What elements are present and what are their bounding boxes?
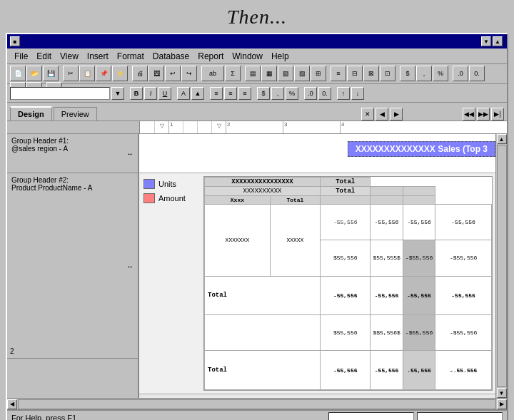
tb-b25[interactable]: .0 xyxy=(453,66,468,81)
align-center-btn[interactable]: ≡ xyxy=(224,87,237,100)
tb-b16[interactable]: ▨ xyxy=(294,66,310,81)
scroll-right-btn[interactable]: ▶ xyxy=(497,399,507,409)
tb-b15[interactable]: ▧ xyxy=(278,66,293,81)
dec-inc-btn[interactable]: .0 xyxy=(304,87,317,100)
legend-units: Units xyxy=(143,179,186,189)
table-row: XXXXXXX XXXXX -55,556 -55,556 -55,556 -5… xyxy=(205,205,492,240)
tb-btn8[interactable]: ↪ xyxy=(181,66,197,81)
tb-b24[interactable]: % xyxy=(433,66,448,81)
formula-drop-btn[interactable]: ▼ xyxy=(111,87,124,100)
menu-view[interactable]: View xyxy=(56,50,83,63)
menu-format[interactable]: Format xyxy=(113,50,148,63)
tb-b26[interactable]: 0. xyxy=(469,66,485,81)
tb-new-btn[interactable]: 📄 xyxy=(10,66,26,81)
resize-handle-1[interactable]: ↔ xyxy=(126,150,133,158)
tb-b19[interactable]: ⊟ xyxy=(347,66,363,81)
italic-btn[interactable]: I xyxy=(144,87,157,100)
menu-bar: File Edit View Insert Format Database Re… xyxy=(7,48,507,64)
maximize-btn[interactable]: ▲ xyxy=(493,36,503,46)
nav-end-btn[interactable]: ▶| xyxy=(491,108,504,121)
tb-b22[interactable]: $ xyxy=(400,66,415,81)
tb2-extra2[interactable]: ↓ xyxy=(351,87,364,100)
tb-sum-btn[interactable]: Σ xyxy=(225,66,241,81)
group-header-2-band: Units Amount XXXXXXXXXXXXXXXX Total xyxy=(139,173,495,394)
menu-edit[interactable]: Edit xyxy=(32,50,56,63)
menu-window[interactable]: Window xyxy=(228,50,267,63)
tb-paste-btn[interactable]: 📌 xyxy=(96,66,111,81)
chart-area: XXXXXXXXXXXXXXXX Total XXXXXXXXXX Total … xyxy=(203,176,493,391)
tb-save-btn[interactable]: 💾 xyxy=(43,66,59,81)
ruler: 1 2 3 4 ▽ ▽ xyxy=(139,121,507,133)
ruler-left-spacer xyxy=(7,121,139,133)
cell-ft-v1: -55,556 xyxy=(321,351,371,390)
tb-b20[interactable]: ⊠ xyxy=(363,66,379,81)
highlight-btn[interactable]: ▲ xyxy=(191,87,204,100)
tab-preview[interactable]: Preview xyxy=(54,107,97,121)
section-header-band: XXXXXXXXXXXXXX Sales (Top 3 xyxy=(139,134,495,173)
tb-b23[interactable]: , xyxy=(416,66,432,81)
menu-database[interactable]: Database xyxy=(148,50,193,63)
percent-btn[interactable]: % xyxy=(286,87,298,100)
currency-btn[interactable]: $ xyxy=(257,87,270,100)
formula-box[interactable] xyxy=(10,87,110,100)
tb-btn7[interactable]: ↩ xyxy=(165,66,181,81)
minimize-btn[interactable]: ▼ xyxy=(481,36,491,46)
scroll-up-btn[interactable]: ▲ xyxy=(497,134,507,144)
toolbar-main: 📄 📂 💾 ✂ 📋 📌 ⚡ 🖨 🖼 ↩ ↪ ab Σ ▤ ▦ ▧ ▨ ⊞ ≡ ⊟… xyxy=(7,64,507,84)
tb-open-btn[interactable]: 📂 xyxy=(26,66,42,81)
dec-dec-btn[interactable]: 0. xyxy=(318,87,331,100)
align-left-btn[interactable]: ≡ xyxy=(210,87,223,100)
cell-v4: -55,556 xyxy=(435,205,492,240)
menu-report[interactable]: Report xyxy=(193,50,228,63)
table-row-total1: Total -55,556 -55,556 -55,556 -55,556 xyxy=(205,276,492,315)
menu-file[interactable]: File xyxy=(10,50,32,63)
cell-label1: XXXXXXX xyxy=(205,205,271,277)
close-btn[interactable]: ✕ xyxy=(361,108,374,121)
legend-units-box xyxy=(143,179,155,189)
tb-text-btn[interactable]: ab xyxy=(201,66,224,81)
tb-btn4[interactable]: ⚡ xyxy=(112,66,128,81)
cell-total-v4: -55,556 xyxy=(435,276,492,315)
cell-v3: -55,556 xyxy=(403,205,435,240)
bold-btn[interactable]: B xyxy=(130,87,143,100)
scroll-thumb[interactable] xyxy=(497,145,507,387)
menu-insert[interactable]: Insert xyxy=(83,50,113,63)
tb-btn5[interactable]: 🖨 xyxy=(132,66,148,81)
tb-b14[interactable]: ▦ xyxy=(261,66,277,81)
status-bar: For Help, press F1 xyxy=(7,409,507,420)
tb-b18[interactable]: ≡ xyxy=(331,66,346,81)
nav-prev-btn[interactable]: ◀ xyxy=(376,108,388,121)
tb-b21[interactable]: ⊡ xyxy=(380,66,395,81)
status-text: For Help, press F1 xyxy=(11,414,76,420)
underline-btn[interactable]: U xyxy=(158,87,171,100)
tb-btn6[interactable]: 🖼 xyxy=(148,66,164,81)
tab-design[interactable]: Design xyxy=(10,106,52,121)
scroll-hthumb[interactable] xyxy=(18,399,496,409)
tb-cut-btn[interactable]: ✂ xyxy=(63,66,79,81)
menu-help[interactable]: Help xyxy=(267,50,293,63)
cell-total-v2: -55,556 xyxy=(371,276,403,315)
col-h3d xyxy=(371,196,403,205)
scroll-down-btn[interactable]: ▼ xyxy=(497,388,507,398)
nav-next-btn[interactable]: ▶ xyxy=(390,108,403,121)
col-total-sub: Total xyxy=(321,187,371,196)
status-input-box2[interactable] xyxy=(417,412,503,420)
comma-btn[interactable]: , xyxy=(271,87,284,100)
cell-t2v2: $$5,556$ xyxy=(371,315,403,351)
cell-v2: -55,556 xyxy=(371,205,403,240)
right-panel: XXXXXXXXXXXXXX Sales (Top 3 Units Amount xyxy=(139,134,495,398)
align-right-btn[interactable]: ≡ xyxy=(238,87,251,100)
status-input-box[interactable] xyxy=(328,412,414,420)
nav-last-btn[interactable]: ▶▶ xyxy=(477,108,490,121)
nav-first-btn[interactable]: ◀◀ xyxy=(463,108,475,121)
tb-b17[interactable]: ⊞ xyxy=(311,66,326,81)
resize-handle-2[interactable]: ↔ xyxy=(126,262,133,270)
tb2-extra1[interactable]: ↑ xyxy=(337,87,350,100)
scroll-left-btn[interactable]: ◀ xyxy=(7,399,17,409)
tb-copy-btn[interactable]: 📋 xyxy=(79,66,95,81)
group-header-1-row: Group Header #1:@sales region - A ↔ xyxy=(7,134,138,173)
title-bar-system-btn[interactable]: ■ xyxy=(10,36,20,46)
col-empty1 xyxy=(371,187,403,196)
tb-b13[interactable]: ▤ xyxy=(245,66,261,81)
font-color-btn[interactable]: A xyxy=(177,87,190,100)
